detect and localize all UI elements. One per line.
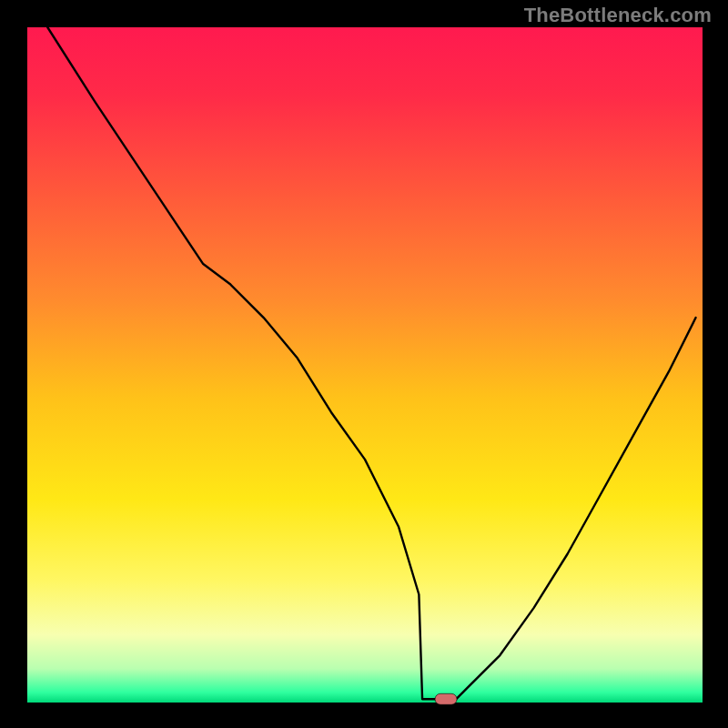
optimum-marker xyxy=(435,693,457,704)
chart-svg xyxy=(0,0,728,728)
plot-background xyxy=(27,27,703,703)
watermark-text: TheBottleneck.com xyxy=(524,4,712,27)
bottleneck-chart: TheBottleneck.com xyxy=(0,0,728,728)
